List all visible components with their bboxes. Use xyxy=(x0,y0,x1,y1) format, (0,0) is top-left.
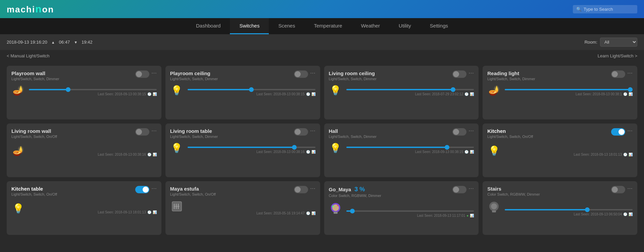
main-nav: Dashboard Switches Scenes Temperature We… xyxy=(0,18,644,34)
room-select[interactable]: All Kitchen Living Room Playroom xyxy=(600,38,637,47)
card-menu-icon[interactable]: ⋯ xyxy=(627,186,633,191)
search-input[interactable] xyxy=(584,7,634,12)
card-living-room-table: Living room table Light/Switch, Switch, … xyxy=(165,123,320,177)
app-header: machinon 🔍 xyxy=(0,0,644,18)
brightness-slider[interactable] xyxy=(188,147,315,148)
last-seen: Last Seen: 2018-09-13 00:38:1 🕐 📊 xyxy=(505,92,633,96)
toggle-living-room-wall[interactable] xyxy=(135,128,149,136)
toggle-living-room-ceiling[interactable] xyxy=(452,70,466,78)
chart-icon[interactable]: 📊 xyxy=(470,214,474,217)
card-subtitle: Light/Switch, Switch, Dimmer xyxy=(170,77,294,81)
card-body: Last Seen: 2018-09-13 11:17:01 ● 📊 xyxy=(329,202,474,217)
nav-weather[interactable]: Weather xyxy=(352,18,389,34)
card-right: Last Seen: 2018-09-13 00:38:16 🕐 📊 xyxy=(188,147,315,154)
chart-icon[interactable]: 📊 xyxy=(470,92,474,96)
datetime: 2018-09-13 19:16:20 xyxy=(7,40,47,45)
logo: machinon xyxy=(7,3,54,15)
card-title: Living room ceiling xyxy=(329,70,453,76)
brightness-slider[interactable] xyxy=(505,209,633,210)
nav-dashboard[interactable]: Dashboard xyxy=(187,18,230,34)
chart-icon[interactable]: 📊 xyxy=(153,153,157,156)
card-title-group: Maya estufa Light/Switch, Switch, On/Off xyxy=(170,186,294,196)
chart-icon[interactable]: 📊 xyxy=(153,92,157,96)
card-body: 💡 Last Seen: 2018-09-13 18:01:13 🕐 📊 xyxy=(11,200,157,214)
card-menu-icon[interactable]: ⋯ xyxy=(310,128,315,134)
brightness-slider[interactable] xyxy=(346,147,474,148)
chart-icon[interactable]: 📊 xyxy=(311,211,315,215)
card-maya-estufa: Maya estufa Light/Switch, Switch, On/Off… xyxy=(165,181,320,235)
breadcrumb-forward[interactable]: Learn Light/Switch > xyxy=(598,53,637,58)
toggle-hall[interactable] xyxy=(452,128,466,136)
card-subtitle: Light/Switch, Switch, On/Off xyxy=(11,135,135,139)
nav-scenes[interactable]: Scenes xyxy=(269,18,304,34)
chart-icon[interactable]: 📊 xyxy=(629,212,633,216)
card-menu-icon[interactable]: ⋯ xyxy=(151,70,157,76)
card-title: Living room wall xyxy=(11,128,135,134)
card-menu-icon[interactable]: ⋯ xyxy=(151,128,157,134)
card-icon-lamp-floor: 🪔 xyxy=(487,85,501,96)
slider-container xyxy=(505,209,633,210)
card-header: Living room table Light/Switch, Switch, … xyxy=(170,128,315,139)
slider-container xyxy=(29,89,157,90)
card-menu-icon[interactable]: ⋯ xyxy=(151,186,157,191)
toggle-kitchen[interactable] xyxy=(611,128,625,136)
chart-icon[interactable]: 📊 xyxy=(629,153,633,156)
chart-icon[interactable]: 📊 xyxy=(153,210,157,214)
nav-temperature[interactable]: Temperature xyxy=(304,18,351,34)
topbar-right: Room: All Kitchen Living Room Playroom xyxy=(585,38,637,47)
svg-point-9 xyxy=(337,205,338,206)
toggle-reading-light[interactable] xyxy=(611,70,625,78)
clock-icon: 🕐 xyxy=(464,150,468,154)
card-title: Maya estufa xyxy=(170,186,294,192)
card-header: Go_Maya 3 % Color Switch, RGBWW, Dimmer … xyxy=(329,186,474,198)
card-title: Hall xyxy=(329,128,453,134)
brightness-slider[interactable] xyxy=(346,89,474,90)
breadcrumb-back[interactable]: < Manual Light/Switch xyxy=(7,53,50,58)
card-menu-icon[interactable]: ⋯ xyxy=(468,186,474,191)
card-menu-icon[interactable]: ⋯ xyxy=(468,128,474,134)
toggle-kitchen-table[interactable] xyxy=(135,186,149,193)
sunset-time: 19:42 xyxy=(82,40,93,45)
card-menu-icon[interactable]: ⋯ xyxy=(310,186,315,191)
chart-icon[interactable]: 📊 xyxy=(470,150,474,154)
brightness-slider[interactable] xyxy=(188,89,315,90)
chart-icon[interactable]: 📊 xyxy=(629,92,633,96)
card-header: Playroom ceiling Light/Switch, Switch, D… xyxy=(170,70,315,81)
card-right: Last Seen: 2018-09-13 00:38:15 🕐 📊 xyxy=(29,89,157,96)
brightness-slider[interactable] xyxy=(505,89,633,90)
card-icon-lamp: 🪔 xyxy=(11,85,25,96)
last-seen: Last Seen: 2018-09-13 00:38:15 🕐 📊 xyxy=(188,92,315,96)
toggle-playroom-ceiling[interactable] xyxy=(294,70,308,78)
slider-container xyxy=(346,210,474,212)
card-body: 💡 Last Seen: 2018-09-13 00:38:15 🕐 📊 xyxy=(170,85,315,96)
toggle-playroom-wall[interactable] xyxy=(135,70,149,78)
toggle-stairs[interactable] xyxy=(611,186,625,193)
card-header: Kitchen table Light/Switch, Switch, On/O… xyxy=(11,186,157,196)
toggle-maya-estufa[interactable] xyxy=(294,186,308,193)
brightness-slider[interactable] xyxy=(346,210,474,212)
toggle-living-room-table[interactable] xyxy=(294,128,308,136)
card-header: Stairs Color Switch, RGBWW, Dimmer ⋯ xyxy=(487,186,633,196)
card-menu-icon[interactable]: ⋯ xyxy=(627,128,633,134)
card-header: Maya estufa Light/Switch, Switch, On/Off… xyxy=(170,186,315,196)
card-right: Last Seen: 2018-09-13 00:38:15 🕐 📊 xyxy=(188,89,315,96)
card-menu-icon[interactable]: ⋯ xyxy=(310,70,315,76)
nav-switches[interactable]: Switches xyxy=(230,18,269,34)
chart-icon[interactable]: 📊 xyxy=(311,150,315,154)
card-title-group: Reading light Light/Switch, Switch, Dimm… xyxy=(487,70,611,81)
card-menu-icon[interactable]: ⋯ xyxy=(468,70,474,76)
toggle-go-maya[interactable] xyxy=(452,186,466,193)
brightness-slider[interactable] xyxy=(29,89,157,90)
nav-utility[interactable]: Utility xyxy=(389,18,420,34)
card-subtitle: Light/Switch, Switch, On/Off xyxy=(487,135,611,139)
nav-settings[interactable]: Settings xyxy=(420,18,457,34)
card-right: Last Seen: 2018-07-29 23:02:12 🕐 📊 xyxy=(346,89,474,96)
topbar: 2018-09-13 19:16:20 ▲ 06:47 ▼ 19:42 Room… xyxy=(0,34,644,50)
search-box[interactable]: 🔍 xyxy=(573,5,637,13)
slider-container xyxy=(188,89,315,90)
card-menu-icon[interactable]: ⋯ xyxy=(627,70,633,76)
card-title-group: Hall Light/Switch, Switch, Dimmer xyxy=(329,128,453,139)
search-icon: 🔍 xyxy=(576,7,582,12)
card-title-group: Living room ceiling Light/Switch, Switch… xyxy=(329,70,453,81)
chart-icon[interactable]: 📊 xyxy=(311,92,315,96)
